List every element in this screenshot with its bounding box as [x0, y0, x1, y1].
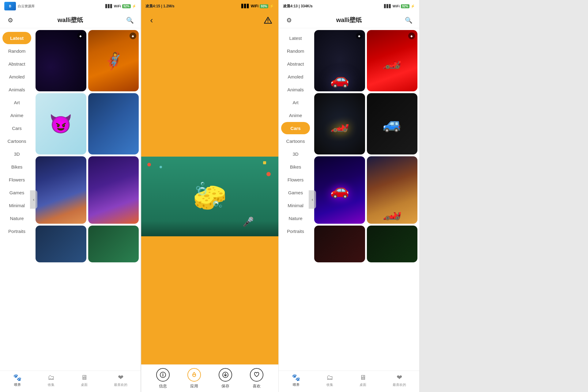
right-nav-item-collect[interactable]: 🗂 收集	[326, 374, 333, 387]
warning-button[interactable]	[262, 15, 273, 26]
desktop-icon: 🖥	[81, 374, 88, 382]
right-time-info: 凌晨4:13 | 334K/s	[283, 4, 313, 9]
nav-item-feed[interactable]: 🐾 喂养	[13, 374, 21, 387]
left-status-bar: B 白云资源库 ▋▋▋ WiFi 92% ⚡	[0, 0, 141, 12]
sidebar-item-cars[interactable]: Cars	[2, 122, 31, 134]
wallpaper-item[interactable]	[36, 156, 86, 224]
viewer-nav-info[interactable]: 信息	[156, 368, 170, 389]
logo-text: 白云资源库	[18, 4, 35, 9]
nav-label-favorites: 最喜欢的	[114, 382, 127, 387]
search-button-left[interactable]: 🔍	[125, 15, 136, 26]
sidebar-collapse-button[interactable]: ‹	[30, 190, 37, 209]
right-nav-label-desktop: 桌面	[360, 382, 366, 387]
right-sidebar-item-anime[interactable]: Anime	[281, 109, 310, 121]
nav-label-desktop: 桌面	[81, 382, 88, 387]
viewer-nav-like[interactable]: 喜欢	[250, 368, 263, 389]
right-wallpaper-car-small2[interactable]	[367, 226, 418, 262]
right-sidebar-item-cars[interactable]: Cars	[281, 122, 310, 134]
collect-icon: 🗂	[48, 374, 55, 382]
sidebar-item-latest[interactable]: Latest	[2, 32, 31, 44]
settings-button[interactable]: ⚙	[5, 15, 16, 26]
right-nav-item-favorites[interactable]: ❤ 最喜欢的	[393, 374, 406, 387]
viewer-nav-label-info: 信息	[159, 383, 167, 389]
right-wifi-icon: WiFi	[393, 4, 400, 8]
right-sidebar-item-games[interactable]: Games	[281, 186, 310, 199]
sidebar-item-games[interactable]: Games	[2, 186, 31, 199]
right-wallpaper-car-neon[interactable]: 🚗	[314, 156, 365, 224]
nav-item-collect[interactable]: 🗂 收集	[48, 374, 55, 387]
wallpaper-item[interactable]: 😈	[36, 93, 86, 154]
back-button[interactable]: ‹	[146, 15, 157, 26]
logo-area: B 白云资源库	[4, 2, 35, 10]
sidebar-item-amoled[interactable]: Amoled	[2, 70, 31, 83]
right-sidebar-item-cartoons[interactable]: Cartoons	[281, 135, 310, 147]
apply-icon	[187, 368, 201, 382]
spongebob-wallpaper[interactable]: 🧽 🎤	[141, 157, 278, 236]
right-sidebar-item-random[interactable]: Random	[281, 45, 310, 57]
right-sidebar-item-portraits[interactable]: Portraits	[281, 225, 310, 237]
wallpaper-item[interactable]	[88, 93, 139, 154]
right-sidebar-collapse-button[interactable]: ‹	[309, 190, 316, 209]
right-sidebar-item-3d[interactable]: 3D	[281, 148, 310, 160]
right-nav-label-favorites: 最喜欢的	[393, 382, 406, 387]
right-sidebar-item-minimal[interactable]: Minimal	[281, 199, 310, 211]
charge-icon: ⚡	[132, 4, 136, 8]
wallpaper-item[interactable]: ◆	[36, 30, 86, 91]
save-icon	[219, 368, 232, 382]
viewer-nav-apply[interactable]: 应用	[187, 368, 201, 389]
premium-badge: ◆	[130, 32, 136, 39]
viewer-nav-save[interactable]: 保存	[219, 368, 232, 389]
sidebar-item-cartoons[interactable]: Cartoons	[2, 135, 31, 147]
sidebar-item-nature[interactable]: Nature	[2, 212, 31, 224]
background-fill	[420, 0, 588, 392]
right-sidebar-item-art[interactable]: Art	[281, 96, 310, 108]
wallpaper-item[interactable]: 🦸‍♀️ ◆	[88, 30, 139, 91]
sidebar-item-random[interactable]: Random	[2, 45, 31, 57]
right-battery: 92%	[401, 4, 409, 8]
microphone-prop: 🎤	[243, 216, 254, 227]
right-wallpaper-car-yellow[interactable]: 🏎️	[314, 93, 365, 154]
sidebar-item-animals[interactable]: Animals	[2, 83, 31, 96]
right-nav-item-feed[interactable]: 🐾 喂养	[292, 374, 300, 387]
right-panel: 凌晨4:13 | 334K/s ▋▋▋ WiFi 92% ⚡ ⚙ walli壁纸…	[279, 0, 420, 392]
right-sidebar-item-bikes[interactable]: Bikes	[281, 161, 310, 173]
sidebar-item-art[interactable]: Art	[2, 96, 31, 108]
search-button-right[interactable]: 🔍	[403, 15, 414, 26]
nav-item-favorites[interactable]: ❤ 最喜欢的	[114, 374, 127, 387]
decor-dot-1	[147, 163, 151, 166]
right-bottom-nav: 🐾 喂养 🗂 收集 🖥 桌面 ❤ 最喜欢的	[279, 371, 419, 392]
nav-item-desktop[interactable]: 🖥 桌面	[81, 374, 88, 387]
right-sidebar-item-amoled[interactable]: Amoled	[281, 70, 310, 83]
right-sidebar-item-latest[interactable]: Latest	[281, 32, 310, 44]
app-logo: B	[4, 2, 16, 10]
sidebar-item-abstract[interactable]: Abstract	[2, 58, 31, 70]
sidebar-item-anime[interactable]: Anime	[2, 109, 31, 121]
right-wallpaper-car-red[interactable]: 🏎️ ◆	[367, 30, 418, 91]
right-wallpaper-car-dark[interactable]: 🚗 ◆	[314, 30, 365, 91]
right-sidebar-item-abstract[interactable]: Abstract	[281, 58, 310, 70]
right-nav-item-desktop[interactable]: 🖥 桌面	[360, 374, 366, 387]
right-sidebar-item-nature[interactable]: Nature	[281, 212, 310, 224]
status-icons-left: ▋▋▋ WiFi 92% ⚡	[105, 4, 136, 8]
right-sidebar-item-animals[interactable]: Animals	[281, 83, 310, 96]
right-wallpaper-car-jeep[interactable]: 🚙	[367, 93, 418, 154]
sidebar-item-3d[interactable]: 3D	[2, 148, 31, 160]
viewer-nav-label-save: 保存	[221, 383, 229, 389]
viewer-header: ‹	[141, 12, 278, 28]
wallpaper-item[interactable]	[88, 226, 139, 262]
right-wallpaper-car-orange[interactable]: 🏎️	[367, 156, 418, 224]
right-settings-button[interactable]: ⚙	[284, 15, 295, 26]
left-panel: B 白云资源库 ▋▋▋ WiFi 92% ⚡ ⚙ walli壁纸 🔍 Lates…	[0, 0, 141, 392]
wallpaper-item[interactable]	[36, 226, 86, 262]
right-wallpaper-car-small1[interactable]	[314, 226, 365, 262]
right-nav-label-feed: 喂养	[293, 382, 300, 387]
viewer-yellow-top	[141, 28, 278, 157]
wallpaper-item[interactable]	[88, 156, 139, 224]
decor-dot-3	[266, 172, 271, 176]
sidebar-item-minimal[interactable]: Minimal	[2, 199, 31, 211]
sidebar-item-portraits[interactable]: Portraits	[2, 225, 31, 237]
sidebar-item-flowers[interactable]: Flowers	[2, 173, 31, 186]
right-sidebar-item-flowers[interactable]: Flowers	[281, 173, 310, 186]
sidebar-item-bikes[interactable]: Bikes	[2, 161, 31, 173]
right-charge-icon: ⚡	[411, 4, 415, 8]
